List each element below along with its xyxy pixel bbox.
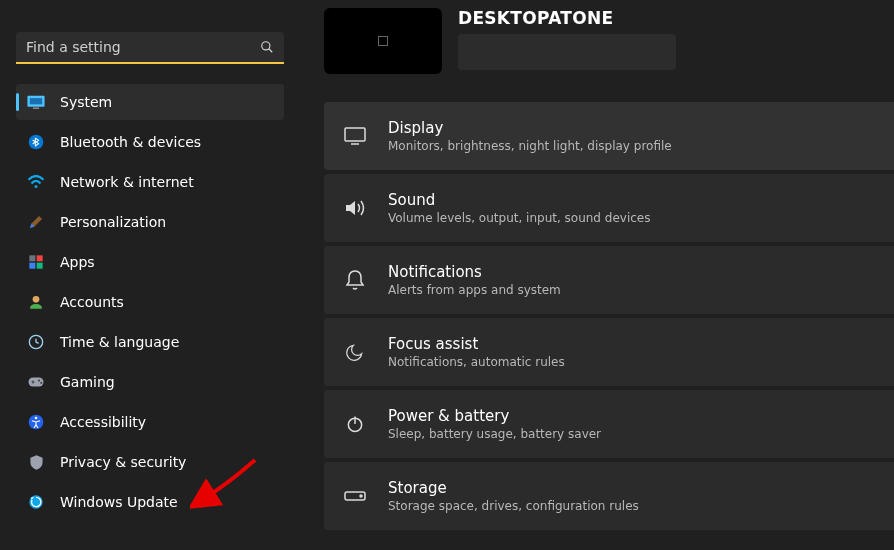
setting-title: Storage bbox=[388, 479, 639, 497]
bluetooth-icon bbox=[26, 132, 46, 152]
svg-rect-7 bbox=[29, 255, 35, 261]
svg-rect-19 bbox=[345, 128, 365, 141]
accounts-icon bbox=[26, 292, 46, 312]
sidebar-item-network[interactable]: Network & internet bbox=[16, 164, 284, 200]
personalize-icon bbox=[26, 212, 46, 232]
sidebar-item-label: Personalization bbox=[60, 214, 166, 230]
desktop-preview[interactable] bbox=[324, 8, 442, 74]
apps-icon bbox=[26, 252, 46, 272]
update-icon bbox=[26, 492, 46, 512]
power-icon bbox=[342, 411, 368, 437]
setting-item-sound[interactable]: Sound Volume levels, output, input, soun… bbox=[324, 174, 894, 242]
sidebar-item-gaming[interactable]: Gaming bbox=[16, 364, 284, 400]
setting-subtitle: Storage space, drives, configuration rul… bbox=[388, 499, 639, 513]
settings-list: Display Monitors, brightness, night ligh… bbox=[324, 102, 894, 530]
system-icon bbox=[26, 92, 46, 112]
search-input[interactable] bbox=[26, 39, 260, 55]
svg-point-6 bbox=[35, 185, 38, 188]
search-icon bbox=[260, 40, 274, 54]
svg-rect-4 bbox=[33, 107, 39, 109]
sound-icon bbox=[342, 195, 368, 221]
svg-rect-10 bbox=[37, 263, 43, 269]
svg-rect-3 bbox=[30, 98, 42, 104]
setting-title: Power & battery bbox=[388, 407, 601, 425]
sidebar-item-bluetooth[interactable]: Bluetooth & devices bbox=[16, 124, 284, 160]
sidebar-item-label: Privacy & security bbox=[60, 454, 186, 470]
setting-title: Notifications bbox=[388, 263, 561, 281]
setting-item-display[interactable]: Display Monitors, brightness, night ligh… bbox=[324, 102, 894, 170]
pc-name: DESKTOPATONE bbox=[458, 8, 676, 28]
sidebar-item-accounts[interactable]: Accounts bbox=[16, 284, 284, 320]
sidebar-item-windows-update[interactable]: Windows Update bbox=[16, 484, 284, 520]
gaming-icon bbox=[26, 372, 46, 392]
setting-item-focus-assist[interactable]: Focus assist Notifications, automatic ru… bbox=[324, 318, 894, 386]
search-box[interactable] bbox=[16, 32, 284, 64]
rename-pc-area[interactable] bbox=[458, 34, 676, 70]
sidebar-item-label: Windows Update bbox=[60, 494, 178, 510]
svg-line-1 bbox=[269, 49, 273, 53]
accessibility-icon bbox=[26, 412, 46, 432]
preview-window-icon bbox=[378, 36, 388, 46]
svg-point-24 bbox=[360, 495, 362, 497]
storage-icon bbox=[342, 483, 368, 509]
setting-item-power[interactable]: Power & battery Sleep, battery usage, ba… bbox=[324, 390, 894, 458]
sidebar-item-label: Accessibility bbox=[60, 414, 146, 430]
svg-point-17 bbox=[35, 417, 38, 420]
sidebar-item-label: Accounts bbox=[60, 294, 124, 310]
setting-title: Focus assist bbox=[388, 335, 565, 353]
setting-title: Sound bbox=[388, 191, 650, 209]
nav-list: System Bluetooth & devices Network & int… bbox=[16, 84, 284, 520]
network-icon bbox=[26, 172, 46, 192]
sidebar: System Bluetooth & devices Network & int… bbox=[0, 0, 300, 550]
setting-subtitle: Volume levels, output, input, sound devi… bbox=[388, 211, 650, 225]
sidebar-item-time[interactable]: Time & language bbox=[16, 324, 284, 360]
main-content: DESKTOPATONE Display Monitors, brightnes… bbox=[300, 0, 894, 550]
svg-point-14 bbox=[38, 379, 40, 381]
svg-rect-8 bbox=[37, 255, 43, 261]
svg-point-11 bbox=[33, 296, 40, 303]
notifications-icon bbox=[342, 267, 368, 293]
setting-subtitle: Sleep, battery usage, battery saver bbox=[388, 427, 601, 441]
pc-header: DESKTOPATONE bbox=[324, 8, 894, 74]
sidebar-item-accessibility[interactable]: Accessibility bbox=[16, 404, 284, 440]
privacy-icon bbox=[26, 452, 46, 472]
setting-item-storage[interactable]: Storage Storage space, drives, configura… bbox=[324, 462, 894, 530]
display-icon bbox=[342, 123, 368, 149]
sidebar-item-privacy[interactable]: Privacy & security bbox=[16, 444, 284, 480]
time-icon bbox=[26, 332, 46, 352]
sidebar-item-label: Time & language bbox=[60, 334, 179, 350]
sidebar-item-label: System bbox=[60, 94, 112, 110]
sidebar-item-label: Gaming bbox=[60, 374, 115, 390]
sidebar-item-label: Apps bbox=[60, 254, 95, 270]
sidebar-item-label: Network & internet bbox=[60, 174, 194, 190]
sidebar-item-label: Bluetooth & devices bbox=[60, 134, 201, 150]
sidebar-item-system[interactable]: System bbox=[16, 84, 284, 120]
svg-rect-9 bbox=[29, 263, 35, 269]
sidebar-item-apps[interactable]: Apps bbox=[16, 244, 284, 280]
svg-point-15 bbox=[40, 382, 42, 384]
sidebar-item-personalization[interactable]: Personalization bbox=[16, 204, 284, 240]
setting-item-notifications[interactable]: Notifications Alerts from apps and syste… bbox=[324, 246, 894, 314]
setting-title: Display bbox=[388, 119, 672, 137]
setting-subtitle: Alerts from apps and system bbox=[388, 283, 561, 297]
focus-icon bbox=[342, 339, 368, 365]
svg-point-0 bbox=[262, 42, 270, 50]
setting-subtitle: Notifications, automatic rules bbox=[388, 355, 565, 369]
setting-subtitle: Monitors, brightness, night light, displ… bbox=[388, 139, 672, 153]
